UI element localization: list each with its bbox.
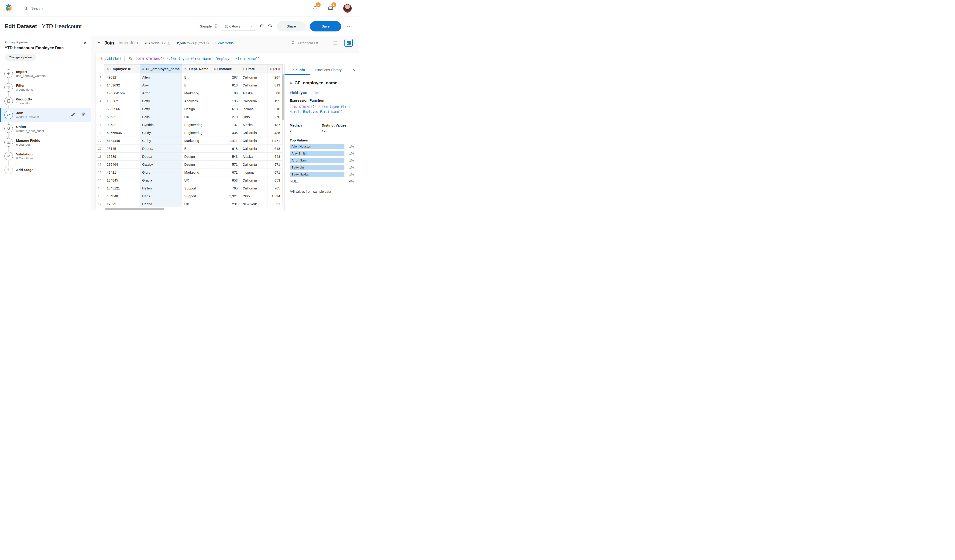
stage-name: Validation [16, 152, 34, 156]
formula-token: [Employee First Name] [171, 57, 213, 61]
formula-token: , [320, 105, 322, 109]
top-value-percent: 1% [349, 166, 354, 169]
panel-tabs: Field Info Functions Library × [285, 64, 359, 75]
formula-token: , [213, 57, 215, 61]
row-number: 12 [96, 161, 104, 169]
stage-text: Joinworkers_dataset [16, 111, 39, 119]
stage-name: Union [16, 125, 44, 129]
column-header-employee-id[interactable]: AEmployee ID [104, 64, 140, 74]
stage-text: Filter3 conditions [16, 83, 33, 91]
close-panel-button[interactable]: × [352, 67, 355, 72]
pipeline-stage-validation[interactable]: Validation0 Conditions [0, 149, 91, 163]
top-value-percent: 1% [349, 159, 354, 162]
cell: California [240, 137, 268, 145]
stage-text: Validation0 Conditions [16, 152, 34, 160]
fx-icon: fx [128, 56, 132, 61]
horizontal-scrollbar-thumb[interactable] [105, 208, 164, 210]
top-value-bar: Betty Nakita [290, 172, 344, 177]
sample-label-group: Sample [200, 24, 218, 29]
cell: 184845 [104, 177, 140, 185]
user-avatar[interactable] [343, 4, 352, 13]
cell: 618 [211, 145, 240, 153]
vertical-scrollbar-thumb[interactable] [282, 74, 284, 120]
grid-view-button[interactable] [344, 39, 353, 47]
field-type-row: Field Type Text [290, 91, 354, 95]
pipeline-stage-group-by[interactable]: Group By1 condition [0, 94, 91, 108]
column-header-distance[interactable]: #Distance [211, 64, 240, 74]
formula-token: JOIN_STRINGS [290, 105, 313, 109]
collapse-sidebar-button[interactable]: « [84, 40, 86, 46]
table-row: 149832AllenBI287California287 [96, 74, 282, 81]
cell: 195 [211, 97, 240, 105]
vertical-scrollbar [282, 74, 284, 203]
sample-size-dropdown[interactable]: 20K Rows ▾ [222, 22, 255, 31]
data-preview-table: AEmployee IDACF_employee_nameDept. Name#… [96, 64, 283, 207]
cell: 1845121 [104, 185, 140, 192]
tab-functions-library[interactable]: Functions Library [310, 64, 346, 75]
table-row: 1025145DeberaBI618California618 [96, 145, 282, 153]
undo-button[interactable]: ↶ [259, 23, 264, 29]
fields-count: 287 [144, 41, 150, 45]
row-number: 15 [96, 185, 104, 192]
global-search [17, 6, 312, 11]
cell: Hanna [140, 200, 182, 207]
search-input[interactable] [31, 6, 124, 11]
top-value-percent: 1% [349, 173, 354, 176]
inbox-button[interactable]: 5 [327, 5, 334, 12]
cell: Ohio [240, 192, 268, 200]
redo-button[interactable]: ↷ [268, 23, 272, 29]
cell: Deepa [140, 153, 182, 161]
more-options-button[interactable]: ⋯ [345, 23, 352, 29]
delete-stage-icon[interactable] [81, 112, 86, 118]
cell: 59532 [104, 113, 140, 121]
pipeline-stage-add-stage[interactable]: Add Stage [0, 163, 91, 177]
plus-icon: + [100, 56, 103, 61]
cell: 15589 [104, 153, 140, 161]
tab-field-info[interactable]: Field Info [285, 64, 310, 75]
column-header-dept-name[interactable]: Dept. Name [182, 64, 211, 74]
pipeline-stage-manage-fields[interactable]: Manage Fields6 changes [0, 135, 91, 149]
share-button[interactable]: Share [277, 21, 306, 31]
row-number: 4 [96, 97, 104, 105]
save-button[interactable]: Save [310, 21, 341, 31]
formula-token: [Employee First Name] [215, 57, 258, 61]
text-type-icon: A [243, 67, 245, 71]
formula-bar: + Add Field fx JOIN_STRINGS(" ",[Employe… [96, 53, 359, 64]
table-row: 1712323HannaUX231New York31 [96, 200, 282, 207]
formula-token: " " [162, 57, 168, 61]
column-header-pto[interactable]: #PTO [268, 64, 282, 74]
filter-field-input[interactable] [298, 41, 326, 45]
table-row: 151845121HellenSupport765California765 [96, 185, 282, 192]
formula-input[interactable]: JOIN_STRINGS(" ",[Employee First Name],[… [136, 57, 260, 61]
change-pipeline-button[interactable]: Change Pipeline [5, 53, 36, 61]
pipeline-stage-filter[interactable]: Filter3 conditions [0, 80, 91, 94]
cell: 484848 [104, 192, 140, 200]
add-field-button[interactable]: + Add Field [100, 56, 121, 61]
top-value-bar: Ajay Smith [290, 151, 344, 156]
field-stats: Median 2 Distinct Values 129 [290, 123, 354, 133]
list-view-button[interactable] [331, 39, 339, 47]
pipeline-stage-union[interactable]: UUnionworkers_east_coast [0, 122, 91, 135]
cell: Indiana [240, 169, 268, 177]
cell: 31 [268, 200, 282, 207]
column-header-state[interactable]: AState [240, 64, 268, 74]
app-logo[interactable] [0, 0, 17, 17]
row-number: 1 [96, 74, 104, 81]
cell: 1459632 [104, 81, 140, 89]
calc-fields-link[interactable]: 3 calc fields [215, 41, 233, 45]
pipeline-stage-join[interactable]: Joinworkers_dataset [0, 108, 91, 122]
pipeline-stage-list: Importdds_kenexa_Combin…Filter3 conditio… [0, 65, 91, 177]
cell: 543 [211, 153, 240, 161]
edit-stage-icon[interactable] [70, 112, 75, 118]
pipeline-stage-import[interactable]: Importdds_kenexa_Combin… [0, 67, 91, 80]
column-header-cf-employee-name[interactable]: ACF_employee_name [140, 64, 182, 74]
cell: 1,471 [211, 137, 240, 145]
collapse-node-button[interactable] [97, 40, 101, 46]
cell: California [240, 145, 268, 153]
cell: 270 [211, 113, 240, 121]
cell: Ohio [240, 113, 268, 121]
notifications-button[interactable]: 5 [312, 5, 318, 12]
info-icon[interactable] [214, 24, 218, 29]
cell: 618 [211, 105, 240, 113]
cell: 543 [268, 153, 282, 161]
